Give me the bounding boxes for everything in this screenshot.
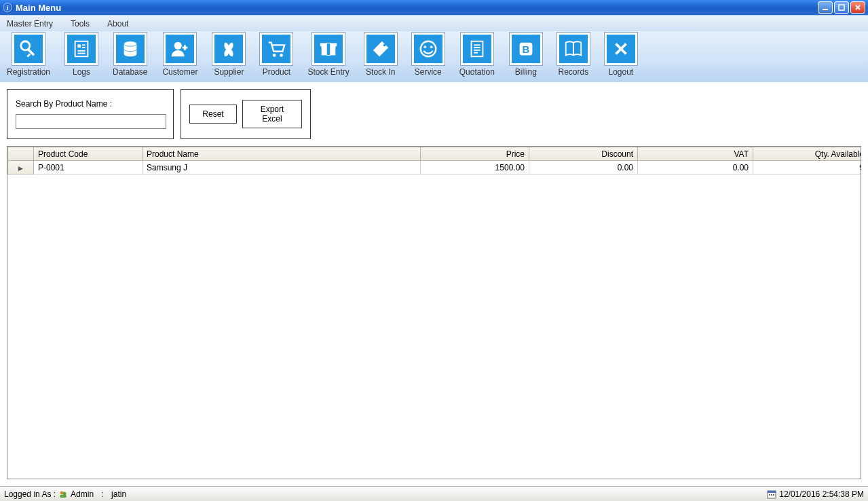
toolbar-label: Logs: [73, 67, 90, 77]
svg-rect-38: [60, 495, 67, 498]
status-left: Logged in As : Admin : jatin: [4, 489, 126, 499]
log-icon: [65, 33, 98, 65]
toolbar-label: Stock Entry: [307, 67, 349, 77]
search-input[interactable]: [16, 114, 166, 129]
status-datetime: 12/01/2016 2:54:38 PM: [779, 489, 864, 499]
toolbar-label: Product: [263, 67, 290, 77]
svg-rect-0: [823, 9, 828, 10]
toolbar-customer[interactable]: Customer: [162, 33, 197, 77]
toolbar-service[interactable]: Service: [412, 33, 445, 77]
minimize-button[interactable]: [818, 1, 833, 14]
toolbar-label: Database: [113, 67, 147, 77]
toolbar-quotation[interactable]: Quotation: [459, 33, 495, 77]
cell-qty[interactable]: 9: [753, 161, 862, 174]
menu-master-entry[interactable]: Master Entry: [4, 18, 56, 30]
table-row[interactable]: P-0001Samsung J1500.000.000.009: [8, 161, 862, 174]
tag-icon: [364, 33, 397, 65]
status-role: Admin: [71, 489, 94, 499]
book-icon: [557, 33, 590, 65]
svg-rect-28: [474, 47, 480, 48]
col-price[interactable]: Price: [421, 147, 529, 161]
svg-rect-11: [77, 50, 85, 52]
toolbar: RegistrationLogsDatabaseCustomerSupplier…: [0, 31, 868, 82]
toolbar-supplier[interactable]: Supplier: [212, 33, 245, 77]
svg-rect-10: [82, 47, 86, 48]
cell-vat[interactable]: 0.00: [638, 161, 753, 174]
row-selector[interactable]: [8, 161, 34, 174]
svg-rect-8: [77, 44, 81, 48]
maximize-button[interactable]: [834, 1, 849, 14]
data-grid[interactable]: Product Code Product Name Price Discount…: [7, 146, 861, 479]
toolbar-label: Customer: [162, 67, 197, 77]
toolbar-registration[interactable]: Registration: [7, 33, 50, 77]
database-icon: [114, 33, 147, 65]
toolbar-label: Logout: [608, 67, 633, 77]
svg-rect-42: [771, 494, 772, 496]
cell-code[interactable]: P-0001: [34, 161, 143, 174]
svg-rect-40: [768, 491, 776, 493]
key-icon: [12, 33, 45, 65]
status-logged-prefix: Logged in As :: [4, 489, 56, 499]
col-qty[interactable]: Qty. Available: [753, 147, 862, 161]
col-discount[interactable]: Discount: [529, 147, 638, 161]
menu-tools[interactable]: Tools: [68, 18, 92, 30]
svg-point-24: [423, 45, 426, 48]
export-excel-button[interactable]: Export Excel: [242, 100, 302, 128]
svg-rect-41: [769, 494, 770, 496]
toolbar-database[interactable]: Database: [113, 33, 147, 77]
box-icon: [312, 33, 345, 65]
toolbar-label: Quotation: [459, 67, 495, 77]
svg-text:B: B: [522, 43, 529, 55]
col-product-name[interactable]: Product Name: [143, 147, 421, 161]
svg-rect-29: [474, 50, 480, 51]
toolbar-label: Supplier: [214, 67, 244, 77]
svg-point-25: [430, 45, 433, 48]
svg-rect-1: [839, 5, 844, 10]
svg-rect-43: [773, 494, 774, 496]
actions-group: Reset Export Excel: [181, 89, 311, 139]
toolbar-label: Stock In: [366, 67, 395, 77]
x-icon: [605, 33, 637, 65]
window-controls: [818, 1, 865, 14]
status-user: jatin: [111, 489, 126, 499]
toolbar-label: Service: [415, 67, 442, 77]
svg-rect-30: [474, 52, 478, 54]
calendar-icon: [767, 489, 776, 499]
toolbar-product[interactable]: Product: [260, 33, 293, 77]
cell-name[interactable]: Samsung J: [143, 161, 421, 174]
svg-rect-26: [471, 41, 483, 57]
toolbar-logs[interactable]: Logs: [65, 33, 98, 77]
toolbar-label: Billing: [515, 67, 537, 77]
cell-discount[interactable]: 0.00: [529, 161, 638, 174]
svg-point-22: [383, 44, 386, 47]
svg-rect-5: [26, 48, 35, 56]
toolbar-stock-in[interactable]: Stock In: [364, 33, 397, 77]
col-product-code[interactable]: Product Code: [34, 147, 143, 161]
users-icon: [58, 489, 68, 499]
statusbar: Logged in As : Admin : jatin 12/01/2016 …: [0, 486, 868, 501]
status-right: 12/01/2016 2:54:38 PM: [767, 489, 864, 499]
col-vat[interactable]: VAT: [638, 147, 753, 161]
smile-icon: [412, 33, 445, 65]
search-group: Search By Product Name :: [7, 89, 174, 139]
cart-icon: [260, 33, 293, 65]
b-icon: B: [510, 33, 542, 65]
titlebar: i Main Menu: [0, 0, 868, 15]
menu-about[interactable]: About: [105, 18, 131, 30]
toolbar-records[interactable]: Records: [557, 33, 590, 77]
search-label: Search By Product Name :: [16, 99, 165, 109]
reset-button[interactable]: Reset: [189, 105, 237, 124]
toolbar-logout[interactable]: Logout: [605, 33, 637, 77]
toolbar-label: Registration: [7, 67, 50, 77]
cell-price[interactable]: 1500.00: [421, 161, 529, 174]
close-button[interactable]: [850, 1, 865, 14]
toolbar-billing[interactable]: BBilling: [510, 33, 542, 77]
supplier-icon: [212, 33, 245, 65]
customer-icon: [164, 33, 196, 65]
svg-point-15: [174, 42, 182, 50]
svg-point-23: [421, 41, 436, 57]
row-header-corner: [8, 147, 34, 161]
toolbar-stock-entry[interactable]: Stock Entry: [307, 33, 349, 77]
menubar: Master Entry Tools About: [0, 15, 868, 31]
window-title: Main Menu: [16, 3, 818, 13]
